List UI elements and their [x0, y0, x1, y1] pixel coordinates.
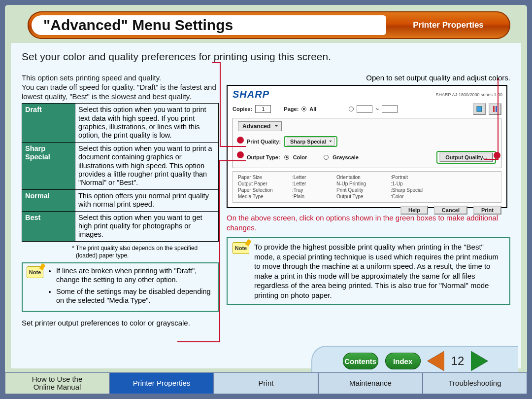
- note-item: Some of the settings may be disabled dep…: [56, 287, 214, 305]
- output-type-label: Output Type:: [247, 154, 280, 160]
- callout-dot: [494, 152, 500, 159]
- next-page-button[interactable]: [471, 351, 488, 371]
- note-item: If lines are broken when printing with "…: [56, 266, 214, 284]
- quality-desc: This option offers you normal print qual…: [75, 189, 219, 211]
- page-nav: Contents Index 12: [311, 346, 518, 375]
- quality-desc: Select this option when you want to prin…: [75, 104, 219, 143]
- prop-label: Output Paper: [238, 181, 292, 186]
- print-quality-field[interactable]: Sharp Special: [284, 136, 337, 147]
- intro-text: Set your color and quality preferences f…: [22, 51, 510, 63]
- page-title-context: Printer Properties: [386, 20, 510, 30]
- tab-how-to[interactable]: How to Use the Online Manual: [5, 372, 109, 394]
- quality-desc: Select this option when you want to get …: [75, 211, 219, 241]
- prop-value: :Tray: [292, 187, 336, 193]
- page-range-radio[interactable]: [349, 107, 354, 111]
- prop-label: N-Up Printing: [336, 181, 391, 186]
- page-from-input[interactable]: [357, 105, 372, 113]
- bottom-tabs: How to Use the Online Manual Printer Pro…: [5, 372, 527, 394]
- output-quality-button[interactable]: Output Quality...: [439, 152, 493, 162]
- preview-button[interactable]: [473, 103, 486, 115]
- output-grayscale-radio[interactable]: [324, 155, 329, 160]
- prev-page-button[interactable]: [428, 351, 444, 371]
- prop-value: :Sharp Special: [391, 187, 440, 193]
- red-hint-text: On the above screen, click on options sh…: [227, 213, 510, 232]
- callout-line: [220, 62, 221, 146]
- callout-line: [219, 160, 246, 161]
- page-title-pill: "Advanced" Menu Settings Printer Propert…: [28, 11, 510, 39]
- print-quality-value[interactable]: Sharp Special: [287, 138, 334, 145]
- page-title: "Advanced" Menu Settings: [32, 15, 386, 35]
- output-type-caption: Set printer output preferences to color …: [22, 319, 219, 327]
- callout-line: [220, 146, 246, 147]
- tilde: ~: [375, 106, 378, 112]
- note-icon: Note: [27, 266, 43, 278]
- left-lead-text: This option sets printing speed and qual…: [22, 73, 219, 101]
- quality-name: Normal: [22, 189, 75, 211]
- prop-value: :Letter: [292, 175, 336, 180]
- properties-summary: Paper Size:LetterOrientation:Portrait Ou…: [233, 171, 501, 203]
- prop-label: Output Type: [336, 194, 391, 199]
- callout-dot: [237, 137, 244, 144]
- page-all-radio[interactable]: [301, 107, 306, 111]
- tab-maintenance[interactable]: Maintenance: [318, 372, 423, 394]
- output-grayscale-label: Grayscale: [332, 154, 359, 160]
- big-note-box: Note To provide the highest possible pri…: [227, 237, 510, 305]
- page-to-input[interactable]: [382, 105, 398, 113]
- index-button[interactable]: Index: [385, 353, 421, 369]
- callout-line: [498, 78, 499, 160]
- copies-label: Copies:: [233, 106, 252, 112]
- prop-value: :Portrait: [391, 175, 440, 180]
- note-icon: Note: [233, 242, 249, 254]
- callout-line: [219, 160, 220, 342]
- tab-printer-properties[interactable]: Printer Properties: [109, 372, 214, 394]
- print-quality-table: Draft Select this option when you want t…: [22, 103, 219, 241]
- output-quality-field: Output Quality...: [436, 151, 496, 164]
- prop-label: Paper Selection: [238, 187, 292, 193]
- page-number: 12: [451, 354, 465, 368]
- svg-rect-1: [493, 106, 495, 112]
- quality-name: Draft: [22, 104, 75, 143]
- tab-print[interactable]: Print: [214, 372, 318, 394]
- print-button[interactable]: Print: [473, 206, 501, 215]
- prop-label: Paper Size: [238, 175, 292, 180]
- callout-line: [177, 341, 220, 342]
- output-color-label: Color: [293, 154, 307, 160]
- copies-input[interactable]: 1: [255, 105, 271, 113]
- tab-selector[interactable]: Advanced: [238, 121, 282, 131]
- callout-line: [484, 159, 499, 160]
- page-label: Page:: [284, 106, 299, 112]
- big-note-text: To provide the highest possible print qu…: [254, 242, 504, 300]
- prop-value: :1-Up: [391, 181, 440, 186]
- cancel-button[interactable]: Cancel: [434, 206, 467, 215]
- output-color-radio[interactable]: [284, 155, 289, 160]
- prop-label: Media Type: [238, 194, 292, 199]
- prop-value: :Color: [391, 194, 440, 199]
- print-quality-label: Print Quality:: [247, 139, 281, 145]
- callout-dot: [237, 151, 244, 158]
- note-box: Note If lines are broken when printing w…: [22, 262, 219, 312]
- prop-label: Print Quality: [336, 187, 391, 193]
- svg-rect-0: [477, 107, 482, 111]
- prop-label: Orientation: [336, 175, 391, 180]
- page-all-label: All: [309, 106, 316, 112]
- contents-button[interactable]: Contents: [343, 353, 378, 369]
- svg-rect-2: [496, 106, 497, 112]
- help-button[interactable]: Help: [400, 206, 428, 215]
- quality-footnote: * The print quality also depends on the …: [76, 245, 219, 259]
- right-intro-text: Open to set output quality and adjust co…: [227, 73, 510, 82]
- prop-value: :Letter: [292, 181, 336, 186]
- print-dialog: SHARP SHARP AJ-1800/2000 series 1.00 Cop…: [227, 85, 507, 208]
- tab-troubleshooting[interactable]: Troubleshooting: [423, 372, 527, 394]
- quality-name: Sharp Special: [22, 142, 75, 189]
- sharp-logo: SHARP: [233, 89, 269, 100]
- dialog-version: SHARP AJ-1800/2000 series 1.00: [436, 92, 502, 97]
- prop-value: :Plain: [292, 194, 336, 199]
- settings-button[interactable]: [489, 103, 501, 115]
- quality-name: Best: [22, 211, 75, 241]
- quality-desc: Select this option when you want to prin…: [75, 142, 219, 189]
